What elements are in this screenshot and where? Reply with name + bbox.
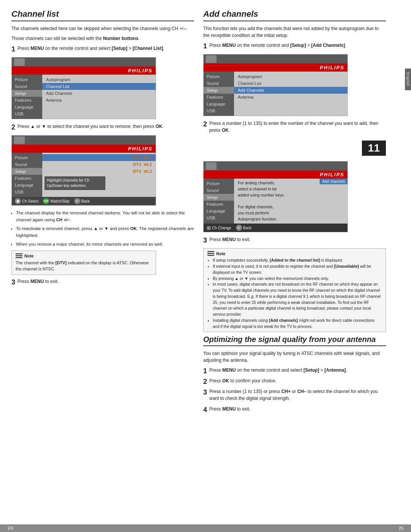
ch-select-btn[interactable]: ◉ Ch Select [15,198,38,204]
step3-right: 3 Press MENU to exit. [203,236,386,245]
channel-row-2[interactable]: DTV 40.2 [42,161,156,168]
menu1-features[interactable]: Features [12,97,42,104]
opt-step3-num: 3 [203,389,207,396]
tv-icon-r1 [206,55,217,63]
ch-select-label: Ch Select [22,199,38,203]
step2-text-left: Press ▲ or ▼ to select the channel you w… [18,123,194,130]
menu2r-picture[interactable]: Picture [204,180,234,187]
menu2-left-nav: Picture Sound Setup Features Language US… [12,153,42,197]
menu1-autoprogram[interactable]: Autoprogram [42,76,156,83]
footer-bar: EN 25 [0,524,411,532]
menu1r-addchannels[interactable]: Add Channels [234,87,347,94]
opt-step3-text: Press a number (1 to 135) or press CH+ o… [209,388,386,402]
menu1r-channellist[interactable]: Channel List [234,80,347,87]
opt-step1-text: Press MENU on the remote control and sel… [209,367,386,374]
svg-rect-1 [16,255,22,256]
channel-row-3[interactable]: DTV 40.3 [42,168,156,175]
menu1-right-nav: Autoprogram Channel List Add Channels An… [42,75,156,119]
menu1-sound[interactable]: Sound [12,83,42,90]
step2-num-right: 2 [203,121,207,128]
step2-text-right: Press a number (1 to 135) to enter the n… [209,120,386,134]
note-label-right: Note [216,251,225,256]
menu1-setup[interactable]: Setup [12,90,42,97]
menu1r-left-nav: Picture Sound Setup Features Language US… [204,72,234,116]
menu1-usb[interactable]: USB [12,110,42,117]
page: English Channel list The channels select… [0,0,411,532]
language-tab: English [405,69,411,90]
menu2r-body: Picture Sound Setup Features Language US… [204,179,347,224]
ch-select-icon: ◉ [15,198,21,204]
menu2r-usb[interactable]: USB [204,214,234,221]
note-item-4: In most cases, digital channels are not … [213,281,382,318]
menu1r-antenna[interactable]: Antenna [234,94,347,101]
menu1-antenna[interactable]: Antenna [42,97,156,104]
bullet-1: The channel display for the removed chan… [16,209,194,224]
menu2-channels: DTV 40.1 DTV 40.2 DTV 40.3 Highlight c [42,153,156,197]
menu1r-language[interactable]: Language [204,101,234,107]
menu1-philips-header: PHILIPS [12,67,156,75]
add-channels-title: Add channels [203,9,386,21]
svg-rect-0 [16,253,22,254]
channel-type-3: DTV [133,169,142,174]
svg-rect-4 [207,253,214,254]
watch-skip-btn[interactable]: OK Watch/Skip [43,198,69,204]
menu2-setup[interactable]: Setup [12,168,42,175]
menu2r-sound[interactable]: Sound [204,187,234,194]
back-label-left: Back [81,199,90,203]
menu2-bottom-bar: ◉ Ch Select OK Watch/Skip ↩ Back [12,197,156,205]
menu2r-left-nav: Picture Sound Setup Features Language US… [204,179,234,224]
menu2r-features[interactable]: Features [204,201,234,208]
step3-left: 3 Press MENU to exit. [11,278,194,287]
menu2r-setup[interactable]: Setup [204,194,234,201]
note-header-left: Note [16,253,152,259]
left-column: Channel list The channels selected here … [11,9,194,523]
step3-num-right: 3 [203,237,207,244]
menu2-philips-header: PHILIPS [12,145,156,153]
menu1-language[interactable]: Language [12,104,42,110]
back-btn-right[interactable]: ↩ Back [236,225,252,231]
opt-step2-num: 2 [203,378,207,385]
menu1r-usb[interactable]: USB [204,107,234,114]
menu1-addchannels[interactable]: Add Channels [42,90,156,97]
channel-row-1[interactable]: DTV 40.1 [42,154,156,161]
menu1r-autoprogram[interactable]: Autoprogram [234,73,347,80]
tv-icon-r2 [206,162,217,170]
note-box-left: Note The channel with the [DTV] indicate… [11,251,156,275]
menu1r-setup[interactable]: Setup [204,87,234,94]
menu2r-icon-row [204,161,347,171]
channel-list-intro2: Those channels can still be selected wit… [11,35,194,42]
add-channels-intro: This function lets you add the channels … [203,25,386,39]
menu2-features[interactable]: Features [12,175,42,182]
ok-icon: OK [43,198,49,204]
menu1-channellist[interactable]: Channel List [42,83,156,90]
menu2r-right-panel: Add channels For analog channels, select… [234,179,347,224]
menu1-body: Picture Sound Setup Features Language US… [12,75,156,119]
step1-left: 1 Press MENU on the remote control and s… [11,45,194,54]
step3-text-left: Press MENU to exit. [18,278,194,285]
back-label-right: Back [243,226,252,230]
menu2-language[interactable]: Language [12,182,42,189]
note-text-left: The channel with the [DTV] indicated on … [16,260,152,272]
menu1-picture[interactable]: Picture [12,76,42,83]
menu2-right: PHILIPS Picture Sound Setup Features Lan… [203,161,348,232]
ch-change-bar: ⊞ Ch Change ↩ Back [204,224,347,232]
opt-section-title: Optimizing the signal quality from your … [203,335,386,346]
menu1r-features[interactable]: Features [204,94,234,101]
bullet-list-left: The channel display for the removed chan… [16,209,194,248]
menu1r-sound[interactable]: Sound [204,80,234,87]
back-icon-left: ↩ [74,198,80,204]
step3-text-right: Press MENU to exit. [209,236,386,243]
step1-num-right: 1 [203,43,207,50]
note-item-3: By pressing ▲ or ▼ you can select the me… [213,276,382,282]
menu2-picture[interactable]: Picture [12,154,42,161]
back-icon-right: ↩ [236,225,242,231]
opt-steps: 1 Press MENU on the remote control and s… [203,367,386,415]
menu2-sound[interactable]: Sound [12,161,42,168]
menu2-usb[interactable]: USB [12,189,42,195]
tv-icon [14,58,25,66]
ch-change-btn[interactable]: ⊞ Ch Change [207,225,231,231]
note-item-2: If external input is used, it is not pos… [213,264,382,276]
back-btn-left[interactable]: ↩ Back [74,198,90,204]
menu1r-picture[interactable]: Picture [204,73,234,80]
menu2r-language[interactable]: Language [204,208,234,214]
